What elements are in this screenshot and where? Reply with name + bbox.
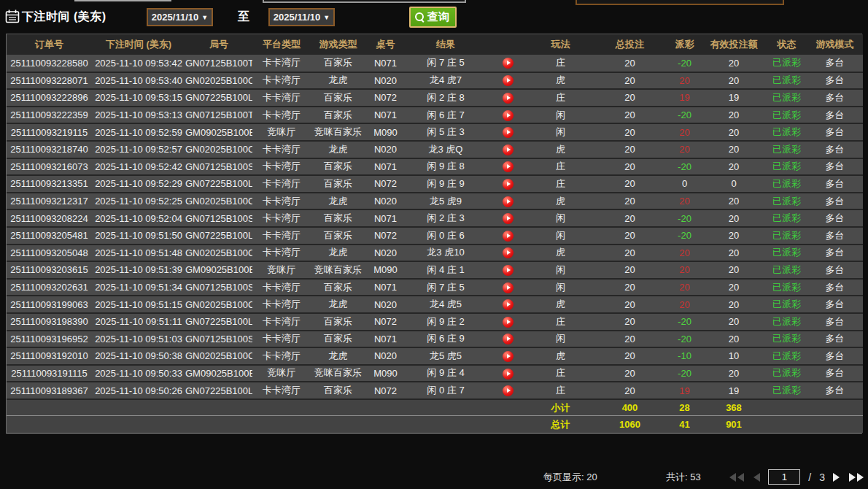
cell-bet-time: 2025-11-10 09:53:15 — [92, 89, 185, 107]
search-button[interactable]: 查询 — [409, 7, 457, 28]
cell-bet-type: 闲 — [530, 227, 592, 244]
cell-table-no: N020 — [365, 296, 406, 313]
cell-result: 龙4 虎7 — [406, 72, 486, 90]
play-video-icon[interactable] — [503, 93, 514, 104]
cell-table-no: N020 — [365, 244, 406, 262]
play-video-icon[interactable] — [503, 145, 514, 155]
last-page-button[interactable] — [848, 471, 865, 483]
cell-order-no: 251110093218740 — [7, 141, 92, 158]
cell-platform: 卡卡湾厅 — [252, 313, 311, 331]
play-video-icon[interactable] — [503, 110, 514, 121]
cell-round-no: GN07125B100T0 — [185, 107, 252, 124]
cutoff-input-field-1[interactable] — [74, 0, 171, 1]
play-video-icon[interactable] — [503, 299, 514, 310]
cell-bet-type: 虎 — [530, 244, 592, 262]
cell-bet-type: 庄 — [530, 382, 592, 399]
play-video-icon[interactable] — [503, 385, 514, 396]
play-video-icon[interactable] — [503, 231, 514, 242]
cell-payout: 19 — [668, 382, 701, 399]
cell-valid-bet: 20 — [701, 365, 767, 382]
cell-platform: 卡卡湾厅 — [252, 107, 311, 124]
bet-records-table: 订单号下注时间 (美东)局号平台类型游戏类型桌号结果玩法总投注派彩有效投注额状态… — [6, 34, 862, 434]
total-payout: 41 — [668, 416, 701, 433]
cell-platform: 竞咪厅 — [252, 261, 311, 279]
double-left-arrow-icon — [737, 473, 744, 482]
table-row: 2511100931893672025-11-10 09:50:26GN0722… — [7, 382, 863, 399]
per-page-label: 每页显示: 20 — [543, 471, 597, 484]
date-to-select[interactable]: 2025/11/10 ▼ — [268, 8, 335, 26]
cell-round-no: GN07225B100LO — [185, 89, 252, 107]
cell-mode: 多台 — [807, 365, 863, 382]
cell-bet-time: 2025-11-10 09:50:33 — [92, 365, 185, 382]
cell-result: 闲 5 庄 3 — [406, 123, 486, 141]
cell-result: 龙3 虎Q — [406, 141, 486, 158]
cell-status: 已派彩 — [767, 158, 807, 176]
cell-bet-time: 2025-11-10 09:51:48 — [92, 244, 185, 262]
cell-round-no: GN07225B100LN — [185, 175, 252, 193]
play-video-icon[interactable] — [503, 282, 514, 293]
date-from-select[interactable]: 2025/11/10 ▼ — [147, 8, 213, 26]
cell-result: 龙5 虎5 — [406, 347, 486, 365]
betting-history-page: 下注时间 (美东) 2025/11/10 ▼ 至 2025/11/10 ▼ 查询… — [0, 0, 868, 489]
play-video-icon[interactable] — [503, 213, 514, 224]
play-video-icon[interactable] — [503, 317, 514, 328]
first-page-button[interactable] — [728, 471, 745, 483]
cell-game-type: 龙虎 — [311, 347, 365, 365]
right-arrow-icon — [833, 473, 840, 482]
cell-payout: -10 — [668, 347, 701, 365]
play-video-icon[interactable] — [503, 334, 514, 344]
cell-bet-time: 2025-11-10 09:51:50 — [92, 227, 185, 244]
table-row: 2511100931983902025-11-10 09:51:11GN0722… — [7, 313, 863, 331]
cell-payout: 19 — [668, 89, 701, 107]
search-button-label: 查询 — [427, 10, 449, 24]
cell-game-type: 百家乐 — [311, 107, 365, 124]
cell-result: 闲 4 庄 1 — [406, 261, 486, 279]
cell-payout: 20 — [668, 261, 701, 279]
next-page-button[interactable] — [832, 471, 841, 483]
cell-total-bet: 20 — [592, 158, 668, 176]
cell-payout: 20 — [668, 72, 701, 90]
cell-bet-time: 2025-11-10 09:51:15 — [92, 296, 185, 313]
table-row: 2511100932191152025-11-10 09:52:59GM0902… — [7, 123, 863, 141]
cell-order-no: 251110093222896 — [7, 89, 92, 107]
total-label: 总计 — [530, 416, 592, 433]
cell-valid-bet: 20 — [701, 55, 767, 72]
cell-valid-bet: 0 — [701, 175, 767, 193]
cell-status: 已派彩 — [767, 227, 807, 244]
cell-result: 闲 7 庄 5 — [406, 55, 486, 72]
play-video-icon[interactable] — [503, 247, 514, 258]
play-video-icon[interactable] — [503, 265, 514, 276]
play-video-icon[interactable] — [503, 369, 514, 380]
cell-game-type: 百家乐 — [311, 331, 365, 348]
play-video-icon[interactable] — [503, 161, 514, 172]
cell-platform: 卡卡湾厅 — [252, 89, 311, 107]
cell-play — [486, 107, 530, 124]
cell-mode: 多台 — [807, 107, 863, 124]
previous-page-button[interactable] — [752, 471, 762, 483]
cell-platform: 卡卡湾厅 — [252, 382, 311, 399]
play-video-icon[interactable] — [503, 196, 514, 207]
play-video-icon[interactable] — [503, 127, 514, 138]
cell-order-no: 251110093189367 — [7, 382, 92, 399]
cell-bet-time: 2025-11-10 09:52:25 — [92, 193, 185, 210]
page-number-input[interactable] — [768, 469, 800, 485]
cell-result: 闲 7 庄 5 — [406, 279, 486, 296]
cell-total-bet: 20 — [592, 296, 668, 313]
cell-bet-time: 2025-11-10 09:51:11 — [92, 313, 185, 331]
play-video-icon[interactable] — [503, 75, 514, 86]
cutoff-input-field-2[interactable] — [263, 0, 466, 3]
cell-total-bet: 20 — [592, 72, 668, 90]
column-header: 平台类型 — [252, 34, 311, 55]
cell-platform: 卡卡湾厅 — [252, 55, 311, 72]
cell-bet-time: 2025-11-10 09:50:38 — [92, 347, 185, 365]
play-video-icon[interactable] — [503, 179, 514, 190]
column-header: 派彩 — [668, 34, 701, 55]
cell-valid-bet: 20 — [701, 107, 767, 124]
cell-status: 已派彩 — [767, 193, 807, 210]
cell-total-bet: 20 — [592, 331, 668, 348]
cutoff-input-field-3[interactable] — [576, 0, 784, 5]
play-video-icon[interactable] — [503, 351, 514, 362]
play-video-icon[interactable] — [503, 58, 514, 69]
cell-platform: 卡卡湾厅 — [252, 141, 311, 158]
cell-valid-bet: 20 — [701, 313, 767, 331]
